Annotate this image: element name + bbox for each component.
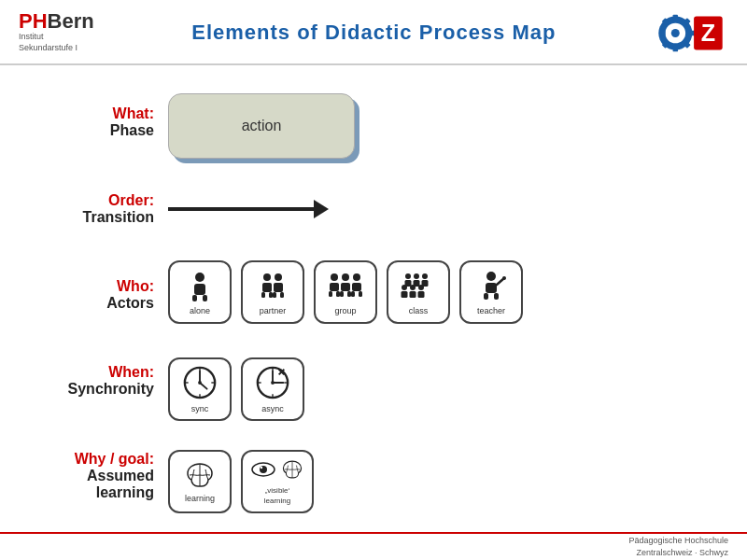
svg-rect-35: [351, 291, 355, 297]
svg-rect-18: [262, 283, 272, 292]
content-column: action alone: [168, 75, 728, 527]
why-sub1: Assumed: [87, 468, 154, 484]
svg-rect-30: [341, 283, 350, 291]
actors-row: alone partner: [168, 250, 728, 334]
svg-rect-48: [422, 280, 429, 287]
svg-point-43: [405, 273, 411, 279]
footer: Pädagogische Hochschule Zentralschweiz ·…: [0, 532, 747, 560]
why-label-group: Why / goal: Assumed learning: [19, 451, 168, 501]
sync-label: sync: [191, 404, 209, 413]
async-label: async: [261, 404, 284, 413]
sync-box: sync: [168, 357, 232, 421]
phase-row: action: [168, 84, 728, 168]
who-title: Who:: [117, 278, 154, 295]
async-box: async: [241, 357, 304, 421]
what-sub: Phase: [110, 122, 154, 139]
group-icon: [327, 269, 364, 302]
svg-rect-27: [329, 291, 332, 297]
svg-rect-20: [269, 292, 273, 298]
svg-point-25: [331, 273, 338, 281]
class-icon: [398, 269, 439, 302]
teacher-label: teacher: [477, 306, 505, 315]
who-sub: Actors: [106, 295, 154, 312]
svg-rect-52: [494, 293, 499, 300]
teacher-icon: [474, 269, 508, 302]
visible-learning-box: „visible‘learning: [241, 450, 314, 513]
svg-rect-50: [486, 283, 497, 293]
svg-rect-51: [484, 293, 488, 300]
phz-logo: Z: [654, 9, 728, 56]
svg-rect-44: [405, 280, 412, 287]
transition-row: [168, 186, 728, 232]
svg-rect-42: [418, 291, 425, 298]
ph-logo-text: PHBern: [19, 11, 94, 32]
svg-text:Z: Z: [701, 19, 715, 45]
svg-point-47: [422, 273, 428, 279]
svg-point-21: [275, 273, 282, 281]
svg-rect-16: [203, 295, 207, 301]
sync-row: sync asyn: [168, 352, 728, 427]
when-title: When:: [108, 364, 154, 381]
visible-brain-icon: [279, 456, 305, 483]
what-title: What:: [113, 105, 154, 122]
phase-box: action: [168, 93, 355, 159]
who-label-group: Who: Actors: [19, 278, 168, 312]
order-sub: Transition: [83, 209, 154, 226]
actor-teacher-box: teacher: [459, 260, 523, 324]
svg-rect-3: [673, 46, 678, 51]
sync-clock-icon: [182, 365, 218, 400]
svg-rect-40: [410, 291, 416, 298]
svg-point-29: [342, 273, 349, 281]
svg-point-17: [263, 273, 271, 281]
page-title: Elements of Didactic Process Map: [191, 21, 556, 45]
svg-point-13: [195, 273, 204, 282]
visible-learning-label: „visible‘learning: [264, 486, 290, 506]
svg-point-33: [353, 273, 360, 281]
why-sub2: learning: [96, 484, 154, 501]
order-label-group: Order: Transition: [19, 192, 168, 226]
actor-group-box: group: [314, 260, 377, 324]
when-label-group: When: Synchronity: [19, 364, 168, 398]
actor-partner-box: partner: [241, 260, 304, 324]
svg-point-10: [671, 29, 680, 37]
svg-rect-2: [673, 14, 678, 20]
svg-rect-23: [273, 292, 276, 298]
class-label: class: [409, 306, 429, 315]
svg-point-49: [486, 272, 496, 281]
labels-column: What: Phase Order: Transition Who: Actor…: [19, 75, 168, 527]
svg-rect-36: [359, 291, 362, 297]
svg-rect-32: [347, 291, 351, 297]
svg-rect-14: [194, 284, 205, 295]
svg-rect-38: [402, 291, 408, 298]
svg-rect-46: [414, 280, 420, 287]
svg-point-75: [260, 467, 261, 469]
header: PHBern InstitutSekundarstufe I Elements …: [0, 0, 747, 65]
transition-arrow: [168, 207, 317, 211]
svg-rect-24: [280, 292, 284, 298]
order-title: Order:: [108, 192, 154, 209]
learning-row: learning: [168, 444, 728, 519]
ph-logo: PHBern InstitutSekundarstufe I: [19, 11, 94, 53]
arrow-line: [168, 207, 317, 211]
group-label: group: [334, 306, 356, 315]
actor-class-box: class: [387, 260, 450, 324]
main-content: What: Phase Order: Transition Who: Actor…: [0, 65, 747, 532]
partner-label: partner: [260, 306, 287, 315]
learning-brain-icon: [182, 460, 218, 490]
ph-logo-sub: InstitutSekundarstufe I: [19, 32, 78, 53]
async-clock-icon: [255, 365, 290, 400]
when-sub: Synchronity: [68, 381, 154, 398]
footer-text: Pädagogische Hochschule Zentralschweiz ·…: [628, 535, 728, 558]
what-label-group: What: Phase: [19, 105, 168, 139]
partner-icon: [256, 269, 289, 302]
svg-rect-22: [274, 283, 283, 292]
alone-icon: [183, 269, 217, 302]
phase-label: action: [242, 118, 282, 134]
svg-rect-4: [660, 30, 666, 35]
svg-rect-26: [330, 283, 339, 291]
svg-point-54: [502, 276, 506, 280]
learning-box: learning: [168, 450, 232, 513]
svg-rect-31: [340, 291, 344, 297]
svg-rect-15: [192, 295, 197, 301]
alone-label: alone: [190, 306, 210, 315]
